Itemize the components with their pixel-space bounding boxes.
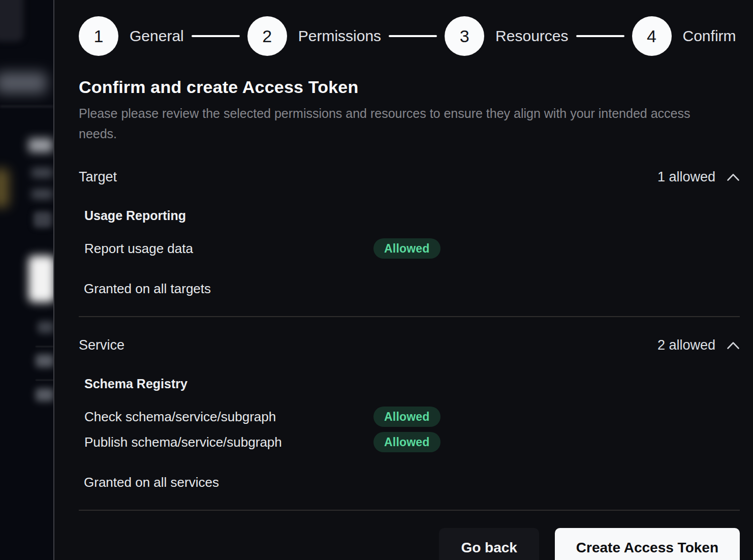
permission-row: Check schema/service/subgraph Allowed <box>84 407 740 427</box>
step-number-circle: 4 <box>632 16 672 56</box>
permission-row: Report usage data Allowed <box>84 238 740 259</box>
chevron-up-icon <box>727 173 740 181</box>
blurred-icon <box>34 211 52 228</box>
status-badge: Allowed <box>373 407 441 427</box>
step-permissions[interactable]: 2 Permissions <box>247 16 381 56</box>
target-allowed-count: 1 allowed <box>657 169 715 185</box>
blurred-white-card <box>28 256 53 302</box>
blurred-text <box>32 168 53 178</box>
background-page <box>0 0 53 560</box>
service-collapse-toggle[interactable]: 2 allowed <box>657 337 740 353</box>
chevron-up-icon <box>727 341 740 350</box>
step-number-circle: 3 <box>445 16 484 56</box>
blurred-accent-shape <box>0 169 9 207</box>
target-section-title: Target <box>79 169 117 185</box>
permission-label: Publish schema/service/subgraph <box>84 434 373 450</box>
status-badge: Allowed <box>373 238 441 259</box>
blurred-nav-item <box>0 72 47 94</box>
target-section-header: Target 1 allowed <box>79 169 740 185</box>
blurred-divider <box>36 380 53 381</box>
blurred-card <box>0 0 23 42</box>
blurred-text <box>36 388 53 401</box>
step-connector <box>389 35 437 37</box>
create-access-token-button[interactable]: Create Access Token <box>555 528 740 560</box>
footer-divider <box>79 510 740 511</box>
step-label: Resources <box>495 27 568 45</box>
step-number-circle: 2 <box>247 16 287 56</box>
permission-group-title: Usage Reporting <box>84 208 740 223</box>
permission-label: Report usage data <box>84 241 373 257</box>
blurred-text <box>32 189 53 199</box>
page-title: Confirm and create Access Token <box>79 77 740 97</box>
service-allowed-count: 2 allowed <box>657 337 715 353</box>
permission-row: Publish schema/service/subgraph Allowed <box>84 432 740 452</box>
permission-group: Schema Registry Check schema/service/sub… <box>79 377 740 452</box>
service-section: Service 2 allowed Schema Registry Check … <box>79 337 740 490</box>
step-connector <box>576 35 624 37</box>
blurred-divider <box>36 346 53 347</box>
granted-note: Granted on all services <box>84 475 740 490</box>
step-general[interactable]: 1 General <box>79 16 184 56</box>
step-connector <box>192 35 240 37</box>
permission-group-title: Schema Registry <box>84 377 740 391</box>
create-access-token-modal: 1 General 2 Permissions 3 Resources 4 Co… <box>53 0 753 560</box>
blurred-text <box>38 321 53 333</box>
section-divider <box>79 316 740 317</box>
status-badge: Allowed <box>373 432 441 452</box>
target-collapse-toggle[interactable]: 1 allowed <box>657 169 740 185</box>
blurred-text <box>36 354 53 367</box>
target-section: Target 1 allowed Usage Reporting Report … <box>79 169 740 297</box>
permission-label: Check schema/service/subgraph <box>84 409 373 425</box>
step-label: Confirm <box>683 27 736 45</box>
footer-actions: Go back Create Access Token <box>79 528 740 560</box>
step-confirm[interactable]: 4 Confirm <box>632 16 736 56</box>
service-section-title: Service <box>79 337 124 353</box>
permission-group: Usage Reporting Report usage data Allowe… <box>79 208 740 259</box>
service-section-header: Service 2 allowed <box>79 337 740 353</box>
blurred-divider <box>0 106 53 107</box>
step-label: Permissions <box>298 27 381 45</box>
step-number-circle: 1 <box>79 16 118 56</box>
page-description: Please please review the selected permis… <box>79 103 701 144</box>
blurred-text <box>28 138 53 152</box>
step-resources[interactable]: 3 Resources <box>445 16 568 56</box>
step-label: General <box>130 27 184 45</box>
go-back-button[interactable]: Go back <box>439 528 539 560</box>
granted-note: Granted on all targets <box>84 281 740 297</box>
stepper: 1 General 2 Permissions 3 Resources 4 Co… <box>79 16 740 56</box>
